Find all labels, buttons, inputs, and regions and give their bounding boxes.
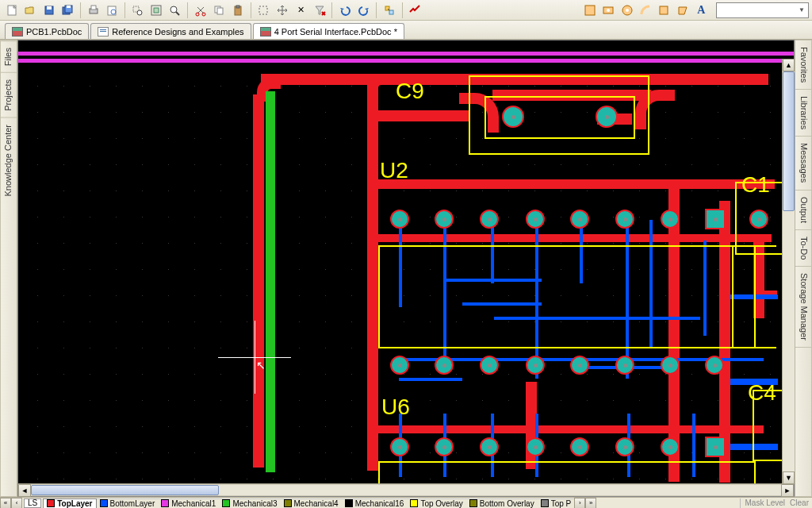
place-string-button[interactable]: A: [693, 2, 710, 19]
layer-tab-mech3[interactable]: Mechanical3: [219, 498, 280, 508]
zoom-area-button[interactable]: [129, 2, 146, 19]
rail-favorites[interactable]: Favorites: [795, 40, 811, 90]
scroll-left-button[interactable]: ◄: [18, 484, 31, 497]
place-pad-button[interactable]: [599, 2, 616, 19]
layer-tab-bottom[interactable]: BottomLayer: [97, 498, 159, 508]
designator-c9: C9: [396, 80, 424, 102]
designator-u2: U2: [380, 160, 408, 182]
deselect-button[interactable]: ✕: [292, 2, 308, 19]
open-button[interactable]: [21, 2, 38, 19]
clear-mask-button[interactable]: Clear: [790, 498, 809, 507]
svg-rect-7: [91, 6, 96, 10]
scroll-up-button[interactable]: ▲: [783, 59, 795, 71]
tab-pcb1[interactable]: PCB1.PcbDoc: [5, 23, 89, 39]
rail-knowledge[interactable]: Knowledge Center: [1, 117, 17, 203]
main-toolbar: ✕ A: [0, 0, 812, 21]
vertical-scrollbar[interactable]: ▲ ▼: [782, 59, 795, 484]
pcb-icon: [260, 27, 271, 37]
rail-output[interactable]: Output: [795, 190, 811, 230]
browse-button[interactable]: [407, 2, 423, 19]
new-button[interactable]: [3, 2, 20, 19]
rail-libraries[interactable]: Libraries: [795, 90, 811, 137]
place-via-button[interactable]: [619, 2, 635, 19]
doc-icon: [98, 27, 109, 37]
layer-tab-mech1[interactable]: Mechanical1: [158, 498, 219, 508]
rail-projects[interactable]: Projects: [1, 72, 17, 117]
tab-label: PCB1.PcbDoc: [26, 27, 82, 37]
tab-4port-serial[interactable]: 4 Port Serial Interface.PcbDoc *: [253, 23, 404, 39]
zoom-selected-button[interactable]: [167, 2, 183, 19]
rail-todo[interactable]: To-Do: [795, 230, 811, 267]
scroll-right-button[interactable]: ►: [781, 484, 794, 497]
rail-messages[interactable]: Messages: [795, 137, 811, 190]
layer-tab-mech16[interactable]: Mechanical16: [342, 498, 408, 508]
svg-rect-35: [660, 6, 668, 14]
tab-label: Reference Designs and Examples: [112, 27, 243, 37]
place-arc-button[interactable]: [637, 2, 653, 19]
cut-button[interactable]: [192, 2, 209, 19]
layer-tab-topp[interactable]: Top P: [538, 498, 575, 508]
mask-level-button[interactable]: Mask Level: [745, 498, 786, 507]
layer-set-button[interactable]: LS: [24, 498, 41, 508]
left-dock: Files Projects Knowledge Center: [0, 40, 17, 497]
svg-rect-24: [259, 6, 267, 14]
print-preview-button[interactable]: [103, 2, 120, 19]
svg-rect-28: [389, 10, 393, 14]
layer-scroll-prev[interactable]: ‹: [11, 498, 22, 509]
svg-rect-5: [67, 6, 71, 8]
svg-point-11: [137, 10, 142, 15]
pcb-icon: [12, 27, 23, 37]
save-all-button[interactable]: [59, 2, 75, 19]
svg-rect-21: [217, 8, 223, 14]
select-button[interactable]: [255, 2, 272, 19]
pcb-canvas[interactable]: C9 U2 U6 C1 C4: [18, 40, 794, 483]
svg-line-15: [176, 12, 179, 15]
place-line-button[interactable]: [581, 2, 598, 19]
designator-c4: C4: [748, 382, 776, 404]
document-tabs: PCB1.PcbDoc Reference Designs and Exampl…: [0, 21, 812, 40]
main-area: Files Projects Knowledge Center: [0, 40, 812, 497]
svg-rect-13: [154, 8, 159, 13]
undo-button[interactable]: [336, 2, 353, 19]
move-button[interactable]: [274, 2, 290, 19]
svg-rect-30: [585, 6, 595, 15]
redo-button[interactable]: [355, 2, 372, 19]
layer-tab-mech4[interactable]: Mechanical4: [281, 498, 342, 508]
layer-tab-top[interactable]: TopLayer: [43, 498, 96, 508]
designator-c1: C1: [741, 174, 770, 196]
paste-button[interactable]: [229, 2, 246, 19]
active-layer-dropdown[interactable]: [716, 2, 809, 18]
copy-button[interactable]: [211, 2, 228, 19]
right-dock: Favorites Libraries Messages Output To-D…: [795, 40, 812, 497]
save-button[interactable]: [40, 2, 57, 19]
rail-files[interactable]: Files: [1, 40, 17, 72]
print-button[interactable]: [85, 2, 102, 19]
layer-tab-bottomoverlay[interactable]: Bottom Overlay: [466, 498, 538, 508]
layer-tab-topoverlay[interactable]: Top Overlay: [407, 498, 465, 508]
svg-point-32: [607, 9, 610, 12]
tab-label: 4 Port Serial Interface.PcbDoc *: [274, 27, 397, 37]
place-fill-button[interactable]: [656, 2, 672, 19]
pcb-editor: C9 U2 U6 C1 C4: [17, 40, 795, 497]
cross-probe-button[interactable]: [381, 2, 397, 19]
svg-rect-2: [47, 6, 52, 10]
layer-scroll-first[interactable]: «: [0, 498, 11, 509]
place-poly-button[interactable]: [674, 2, 691, 19]
layer-tabs: « ‹ LS TopLayer BottomLayer Mechanical1 …: [0, 497, 812, 508]
tab-reference-designs[interactable]: Reference Designs and Examples: [90, 23, 251, 39]
svg-point-14: [170, 6, 177, 13]
svg-point-34: [626, 9, 629, 12]
rail-storage[interactable]: Storage Manager: [795, 267, 811, 348]
svg-rect-23: [236, 6, 239, 8]
layer-scroll-last[interactable]: »: [585, 498, 596, 509]
layer-scroll-next[interactable]: ›: [574, 498, 585, 509]
zoom-fit-button[interactable]: [147, 2, 164, 19]
scroll-down-button[interactable]: ▼: [783, 471, 795, 484]
horizontal-scrollbar[interactable]: ◄ ►: [18, 483, 794, 496]
clear-filter-button[interactable]: [311, 2, 327, 19]
designator-u6: U6: [381, 396, 410, 418]
